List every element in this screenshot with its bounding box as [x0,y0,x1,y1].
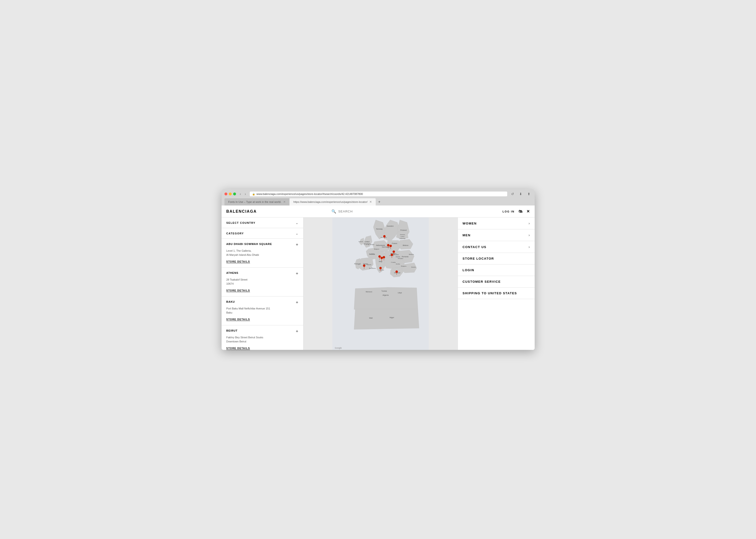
pin-berlin-2[interactable] [389,245,392,247]
map-svg: Sweden Norway Finland UnitedKingdom Irel… [304,217,458,350]
login-button[interactable]: LOG IN [503,210,515,213]
back-button[interactable]: ‹ [238,192,242,196]
store-details-link[interactable]: STORE DETAILS [227,347,250,350]
store-details-link[interactable]: STORE DETAILS [227,289,250,292]
rome-label: Rome [381,269,384,271]
rome-dot: ● [379,269,380,271]
latvia-label: Latvia [400,236,404,237]
map-area: Sweden Norway Finland UnitedKingdom Irel… [304,217,458,350]
browser-window: ‹ › 🔒 www.balenciaga.com/experience/us/p… [222,189,535,350]
app-header: BALENCIAGA 🔍 LOG IN 🛍 ✕ [222,205,535,217]
store-toggle-button[interactable]: + [296,329,298,334]
store-list: ABU DHABI SOWWAH SQUARE + Level 1, The G… [222,239,303,350]
nav-item-women[interactable]: WOMEN › [458,217,535,229]
london-label: London [370,244,374,245]
pin-milan-1[interactable] [378,255,381,258]
nav-item-men[interactable]: MEN › [458,229,535,241]
store-address: Fakhry Bey Street Beirut SouksDowntown B… [227,336,298,344]
right-nav-list: WOMEN › MEN › CONTACT US › STORE LOCATOR… [458,217,535,299]
search-bar: 🔍 [331,209,428,214]
pin-milan-3[interactable] [383,256,385,259]
category-filter[interactable]: CATEGORY ⌄ [222,228,303,239]
nav-item-customer-service[interactable]: CUSTOMER SERVICE [458,276,535,287]
minimize-window-button[interactable] [229,193,232,195]
paris-dot: ● [370,253,371,255]
store-name: BAKU [227,300,235,303]
paris-label: Paris [371,253,374,255]
austria-label: Austria [396,256,400,258]
nav-item-label: SHIPPING TO UNITED STATES [463,291,517,295]
tab-1[interactable]: Fonts In Use – Type at work in the real … [225,198,290,205]
nav-item-label: CUSTOMER SERVICE [463,280,501,283]
search-icon: 🔍 [331,209,336,214]
pin-berlin-1[interactable] [387,244,389,246]
romania-label: Romania [402,256,408,258]
finland-label: Finland [400,229,406,231]
store-item: ATHENS + 28 Tsakalof Street10674 STORE D… [222,268,303,296]
pin-vienna[interactable] [391,254,393,256]
sidebar: SELECT COUNTRY ⌄ CATEGORY ⌄ ABU DHABI SO… [222,217,304,350]
header-actions: LOG IN 🛍 ✕ [503,209,530,214]
nav-item-contact-us[interactable]: CONTACT US › [458,241,535,253]
store-toggle-button[interactable]: + [296,243,298,247]
store-toggle-button[interactable]: + [296,300,298,305]
nav-item-label: MEN [463,233,471,237]
estonia-label: Estonia [400,234,405,235]
browser-tabs: Fonts In Use – Type at work in the real … [225,198,532,205]
select-country-chevron-icon: ⌄ [296,221,298,225]
store-details-link[interactable]: STORE DETAILS [227,318,250,321]
maximize-window-button[interactable] [233,193,236,195]
brand-logo: BALENCIAGA [227,209,257,214]
nav-item-label: WOMEN [463,222,477,225]
main-layout: SELECT COUNTRY ⌄ CATEGORY ⌄ ABU DHABI SO… [222,217,535,350]
browser-nav-buttons: ‹ › [238,192,247,196]
nav-chevron-icon: › [529,233,530,237]
tab-1-close[interactable]: ✕ [283,200,286,203]
store-address: Level 1, The Galleria,Al Maryah Island A… [227,249,298,257]
pin-milan-2[interactable] [381,257,383,259]
sweden-label: Sweden [387,225,394,227]
barcelona-dot: ● [371,267,372,268]
select-country-label: SELECT COUNTRY [227,221,255,224]
forward-button[interactable]: › [243,192,247,196]
croatia-label: Croatia [391,262,396,263]
search-input[interactable] [338,209,428,213]
close-menu-button[interactable]: ✕ [526,209,530,214]
nav-item-shipping[interactable]: SHIPPING TO UNITED STATES [458,287,535,299]
store-details-link[interactable]: STORE DETAILS [227,260,250,263]
tab-2[interactable]: https://www.balenciaga.com/experience/us… [290,198,376,205]
url-display: www.balenciaga.com/experience/us/pages/s… [256,193,363,195]
browser-content: BALENCIAGA 🔍 LOG IN 🛍 ✕ SELECT COUNTRY ⌄ [222,205,535,350]
store-item: ABU DHABI SOWWAH SQUARE + Level 1, The G… [222,239,303,268]
pin-athens[interactable] [396,270,398,273]
share-button[interactable]: ⬆ [526,192,532,196]
new-tab-button[interactable]: + [376,198,383,205]
norway-label: Norway [376,228,382,230]
download-button[interactable]: ⬇ [518,192,523,196]
bag-button[interactable]: 🛍 [519,209,522,214]
pin-rome[interactable] [379,267,382,269]
tab-2-label: https://www.balenciaga.com/experience/us… [293,200,367,203]
nav-item-label: LOGIN [463,268,474,272]
nav-item-store-locator[interactable]: STORE LOCATOR [458,253,535,265]
tab-2-close[interactable]: ✕ [369,200,372,203]
store-address: 28 Tsakalof Street10674 [227,278,298,286]
reload-button[interactable]: ↺ [510,192,516,196]
belgium-label: Belgium [374,248,379,250]
moldova-label: Moldova [409,254,414,255]
nav-item-label: CONTACT US [463,245,487,249]
pin-prague[interactable] [393,251,395,253]
store-header: ABU DHABI SOWWAH SQUARE + [227,243,298,247]
store-toggle-button[interactable]: + [296,271,298,276]
address-bar[interactable]: 🔒 www.balenciaga.com/experience/us/pages… [250,192,507,196]
pin-copenhagen[interactable] [383,235,386,238]
browser-chrome: ‹ › 🔒 www.balenciaga.com/experience/us/p… [222,189,535,205]
close-window-button[interactable] [225,193,227,195]
slovakia-label: Slovakia [393,254,399,255]
right-panel: WOMEN › MEN › CONTACT US › STORE LOCATOR… [458,217,535,350]
pin-madrid[interactable] [363,265,365,267]
google-watermark: Google [335,347,342,349]
select-country-filter[interactable]: SELECT COUNTRY ⌄ [222,217,303,228]
nav-item-login[interactable]: LOGIN [458,265,535,276]
store-name: ATHENS [227,271,238,274]
